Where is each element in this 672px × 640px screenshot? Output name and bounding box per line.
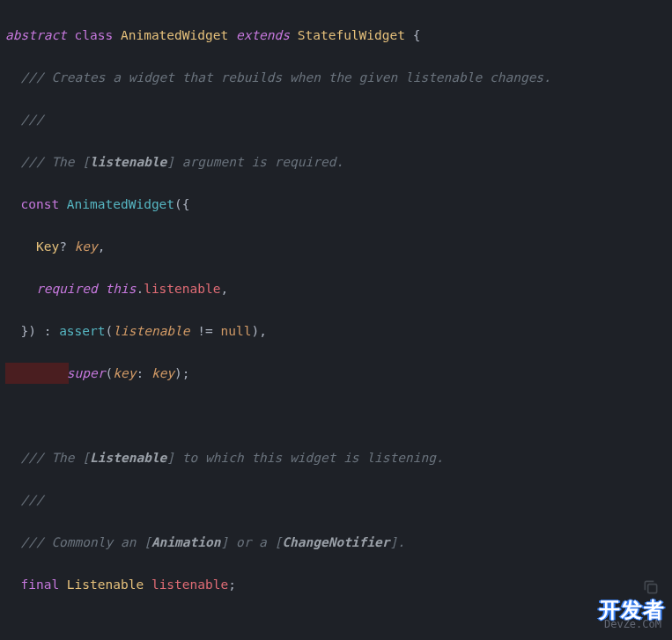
code-line: final Listenable listenable; xyxy=(5,574,672,595)
code-line: /// The [Listenable] to which this widge… xyxy=(5,447,672,468)
code-line: Key? key, xyxy=(5,236,672,257)
watermark-url: DevZe.CoM xyxy=(604,614,661,635)
copy-icon[interactable] xyxy=(642,578,660,596)
code-line: /// xyxy=(5,489,672,511)
code-editor[interactable]: abstract class AnimatedWidget extends St… xyxy=(5,4,672,640)
code-line: super(key: key); xyxy=(5,363,672,384)
code-line: /// The [listenable] argument is require… xyxy=(5,151,672,173)
code-line: /// Commonly an [Animation] or a [Change… xyxy=(5,532,672,553)
code-line: }) : assert(listenable != null), xyxy=(5,320,672,342)
code-line: /// Creates a widget that rebuilds when … xyxy=(5,67,672,88)
code-line: const AnimatedWidget({ xyxy=(5,194,672,215)
code-line xyxy=(5,405,672,426)
code-line: /// xyxy=(5,109,672,130)
code-line: abstract class AnimatedWidget extends St… xyxy=(5,25,672,46)
code-line: required this.listenable, xyxy=(5,278,672,299)
svg-rect-0 xyxy=(648,585,657,593)
code-line xyxy=(5,616,672,637)
